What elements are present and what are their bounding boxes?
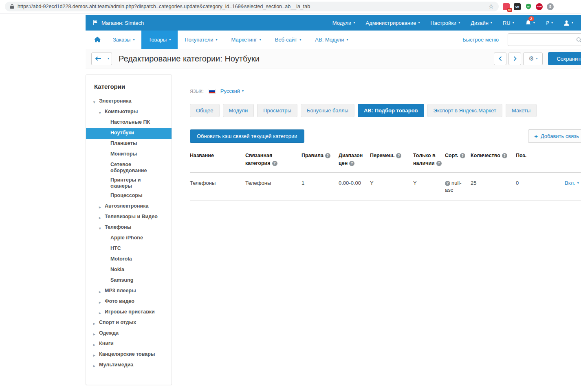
tree-expand-icon[interactable]: ▸ xyxy=(93,341,99,348)
back-dropdown-button[interactable]: ▾ xyxy=(105,53,112,65)
tree-expand-icon[interactable]: ▸ xyxy=(99,288,105,295)
tab-item[interactable]: Просмотры xyxy=(257,104,297,117)
tab-active[interactable]: АВ: Подбор товаров xyxy=(358,104,424,117)
store-flag-icon xyxy=(93,20,98,26)
extension-icon-s[interactable]: S xyxy=(547,3,554,10)
search-icon[interactable] xyxy=(576,37,581,43)
store-menu[interactable]: Магазин: Simtech xyxy=(93,20,144,26)
tree-collapse-icon[interactable]: ▾ xyxy=(99,109,105,116)
tab-item[interactable]: Модули xyxy=(223,104,254,117)
category-tree-item[interactable]: ▸MP3 плееры xyxy=(86,286,172,297)
topbar-menu[interactable]: RU▾ xyxy=(497,15,519,31)
nav-item[interactable]: Покупатели▾ xyxy=(178,31,224,49)
tree-arrow-placeholder xyxy=(105,277,110,278)
category-tree-item[interactable]: Принтеры и сканеры xyxy=(86,175,172,191)
help-icon[interactable]: ? xyxy=(325,153,330,158)
category-tree-item[interactable]: Настольные ПК xyxy=(86,118,172,128)
category-tree-item[interactable]: ▸Книги xyxy=(86,339,172,350)
category-tree-item[interactable]: Процессоры xyxy=(86,191,172,201)
refresh-cache-button[interactable]: Обновить кэш связей текущей категории xyxy=(190,129,304,143)
category-tree-item[interactable]: HTC xyxy=(86,244,172,254)
currency-menu[interactable]: ₽ ▾ xyxy=(541,15,558,31)
tab-item[interactable]: Бонусные баллы xyxy=(301,104,354,117)
category-tree-item[interactable]: Сетевое оборудование xyxy=(86,160,172,175)
topbar-menu[interactable]: Дизайн▾ xyxy=(465,15,497,31)
nav-item-label: Товары xyxy=(148,37,167,43)
tree-expand-icon[interactable]: ▸ xyxy=(93,351,99,359)
category-tree-item[interactable]: ▾Компьютеры xyxy=(86,107,172,118)
url-bar[interactable]: https://abd-92ecd1d228.demos.abt.team/ad… xyxy=(5,2,499,11)
extension-badge: 9+ xyxy=(507,8,512,12)
notifications-button[interactable]: 2 ▾ xyxy=(519,15,541,31)
cell-value: Y xyxy=(370,180,374,186)
category-tree-item[interactable]: Apple iPhone xyxy=(86,233,172,244)
help-icon[interactable]: ? xyxy=(460,153,465,158)
category-label: Apple iPhone xyxy=(110,235,143,241)
extension-icon-abp[interactable]: ABP xyxy=(536,3,543,10)
topbar-menu[interactable]: Администрирование▾ xyxy=(360,15,425,31)
tab-item[interactable]: Экспорт в Яндекс.Маркет xyxy=(427,104,502,117)
tree-expand-icon[interactable]: ▸ xyxy=(93,320,99,327)
nav-item[interactable]: Товары▾ xyxy=(141,31,178,49)
tab-item[interactable]: Макеты xyxy=(506,104,537,117)
category-tree-item[interactable]: Планшеты xyxy=(86,139,172,149)
table-row: ТелефоныТелефоны10.00-0.00YY?null-asc250… xyxy=(190,173,581,201)
category-tree-item[interactable]: ▾Электроника xyxy=(86,96,172,107)
category-tree-item[interactable]: ▸Мультимедиа xyxy=(86,360,172,371)
category-tree-item[interactable]: Nokia xyxy=(86,265,172,276)
back-button[interactable] xyxy=(91,53,105,65)
quick-menu-link[interactable]: Быстрое меню xyxy=(462,37,499,43)
add-link-button[interactable]: + Добавить связь xyxy=(528,129,581,143)
tree-expand-icon[interactable]: ▸ xyxy=(99,214,105,221)
help-icon[interactable]: ? xyxy=(272,161,277,166)
tree-collapse-icon[interactable]: ▾ xyxy=(93,98,99,105)
topbar-menu[interactable]: Настройки▾ xyxy=(425,15,465,31)
category-tree-item[interactable]: ▾Телефоны xyxy=(86,223,172,233)
category-tree-item[interactable]: ▸Спорт и отдых xyxy=(86,318,172,328)
prev-button[interactable] xyxy=(494,53,506,65)
tree-expand-icon[interactable]: ▸ xyxy=(99,309,105,316)
tree-expand-icon[interactable]: ▸ xyxy=(99,298,105,306)
category-tree-item[interactable]: ▸Телевизоры и Видео xyxy=(86,212,172,223)
topbar-menu[interactable]: Модули▾ xyxy=(327,15,361,31)
search-input[interactable] xyxy=(508,33,581,46)
user-menu[interactable]: ▾ xyxy=(558,15,579,31)
category-tree-item[interactable]: Мониторы xyxy=(86,149,172,160)
nav-item[interactable]: АВ: Модули▾ xyxy=(308,31,355,49)
nav-item[interactable]: Заказы▾ xyxy=(106,31,141,49)
bookmark-star-icon[interactable]: ☆ xyxy=(489,3,494,10)
save-button[interactable]: Сохранить xyxy=(548,52,581,65)
nav-item[interactable]: Маркетинг▾ xyxy=(224,31,268,49)
help-icon[interactable]: ? xyxy=(396,153,401,158)
category-tree-item[interactable]: Ноутбуки xyxy=(86,128,172,139)
cell-value: 0.00-0.00 xyxy=(339,180,361,186)
status-dropdown[interactable]: Вкл.▾ xyxy=(565,180,579,186)
tree-expand-icon[interactable]: ▸ xyxy=(93,362,99,369)
category-tree-item[interactable]: ▸Автоэлектроника xyxy=(86,201,172,212)
help-icon[interactable]: ? xyxy=(445,181,450,186)
category-tree-item[interactable]: ▸Одежда xyxy=(86,328,172,339)
next-button[interactable] xyxy=(508,53,521,65)
help-icon[interactable]: ? xyxy=(349,161,354,166)
tree-collapse-icon[interactable]: ▾ xyxy=(99,224,105,232)
cell-value: 25 xyxy=(471,180,476,186)
table-actions-row: Обновить кэш связей текущей категории + … xyxy=(190,129,581,143)
column-header: Количество? xyxy=(471,152,516,173)
category-tree-item[interactable]: ▸Игровые приставки xyxy=(86,307,172,318)
help-icon[interactable]: ? xyxy=(502,153,507,158)
extension-icon-shield[interactable] xyxy=(525,3,532,10)
help-icon[interactable]: ? xyxy=(436,161,442,166)
tree-expand-icon[interactable]: ▸ xyxy=(99,203,105,210)
tab-item[interactable]: Общее xyxy=(190,104,220,117)
category-tree-item[interactable]: ▸Канцелярские товары xyxy=(86,350,172,360)
settings-gear-button[interactable]: ⚙ ▾ xyxy=(523,53,543,65)
category-tree-item[interactable]: Samsung xyxy=(86,276,172,286)
category-tree-item[interactable]: Motorola xyxy=(86,254,172,265)
nav-item[interactable]: Веб-сайт▾ xyxy=(268,31,308,49)
tree-expand-icon[interactable]: ▸ xyxy=(93,330,99,337)
extension-icon-notifications[interactable]: 9+ xyxy=(503,3,510,10)
language-selector[interactable]: Русский ▾ xyxy=(220,88,244,94)
home-button[interactable] xyxy=(89,31,106,49)
category-tree-item[interactable]: ▸Фото видео xyxy=(86,297,172,307)
extension-icon-off[interactable]: Off xyxy=(514,3,521,10)
